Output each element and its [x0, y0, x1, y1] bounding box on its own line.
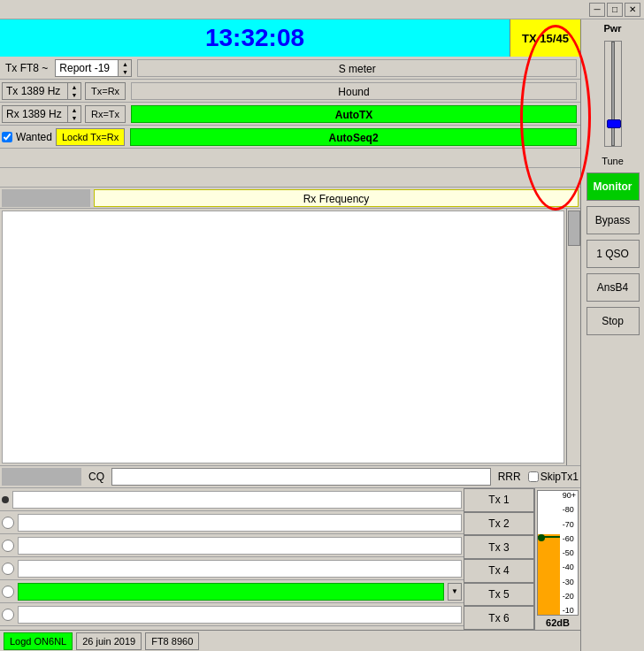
spinner-btns: ▲ ▼ — [118, 60, 131, 76]
tx-radio-5[interactable] — [2, 586, 14, 598]
tx-btn-2[interactable]: Tx 2 — [464, 512, 534, 536]
status-bar: Logd ON6NL 26 juin 2019 FT8 8960 — [0, 630, 580, 651]
db-value: 62dB — [537, 617, 579, 628]
stop-button[interactable]: Stop — [586, 307, 640, 335]
lock-button[interactable]: Lockd Tx=Rx — [56, 128, 125, 146]
center-panel: 13:32:08 TX 15/45 Tx FT8 ~ ▲ ▼ S meter T… — [0, 19, 580, 651]
rx-freq-spinbox[interactable]: Rx 1389 Hz ▲ ▼ — [2, 105, 81, 123]
tx-bullet-1 — [2, 496, 9, 503]
status-mode: FT8 8960 — [145, 632, 199, 650]
scrollbar-thumb[interactable] — [568, 211, 580, 246]
skip-tx1-group: SkipTx1 — [528, 471, 579, 483]
wanted-checkbox-group: Wanted — [2, 131, 52, 143]
db-label-30: -30 — [563, 578, 576, 586]
tx-row-4 — [0, 557, 464, 580]
db-label-20: -20 — [563, 592, 576, 601]
tx-freq-value: Tx 1389 Hz — [3, 85, 67, 97]
tx-row-1 — [0, 488, 464, 511]
status-logd: Logd ON6NL — [4, 632, 73, 650]
tx-eq-rx-button[interactable]: Tx=Rx — [85, 82, 126, 100]
wanted-checkbox[interactable] — [2, 132, 12, 142]
cq-input[interactable] — [111, 468, 491, 486]
tx-btn-4[interactable]: Tx 4 — [464, 559, 534, 583]
tx-ft8-label: Tx FT8 ~ — [2, 62, 51, 74]
title-bar: ─ □ ✕ — [0, 0, 644, 19]
autotx-button[interactable]: AutoTX — [131, 105, 577, 123]
tx-text-6[interactable] — [18, 606, 462, 624]
wanted-label: Wanted — [16, 131, 52, 143]
clock-row: 13:32:08 TX 15/45 — [0, 19, 580, 57]
bypass-button[interactable]: Bypass — [586, 206, 640, 234]
minimize-button[interactable]: ─ — [589, 3, 605, 17]
pwr-slider-thumb[interactable] — [607, 119, 621, 128]
tx-area: ▼ Tx 1 Tx 2 Tx 3 Tx 4 Tx 5 Tx 6 — [0, 488, 580, 630]
pwr-label: Pwr — [603, 23, 621, 34]
ansb4-button[interactable]: AnsB4 — [586, 273, 640, 302]
tx-radio-3[interactable] — [2, 540, 14, 552]
tx-btn-6[interactable]: Tx 6 — [464, 606, 534, 630]
tx-btn-5[interactable]: Tx 5 — [464, 583, 534, 607]
tx-freq-up[interactable]: ▲ — [68, 83, 80, 91]
db-label-40: -40 — [563, 563, 576, 571]
tx-left: ▼ — [0, 488, 464, 630]
tx-freq-down[interactable]: ▼ — [68, 91, 80, 99]
clock-display: 13:32:08 — [0, 24, 510, 52]
spin-down-button[interactable]: ▼ — [119, 68, 131, 76]
skip-tx1-checkbox[interactable] — [528, 471, 539, 482]
close-button[interactable]: ✕ — [625, 3, 640, 17]
tx-text-2[interactable] — [18, 514, 462, 532]
tx-radio-4[interactable] — [2, 563, 14, 575]
db-label-70: -70 — [563, 520, 576, 529]
hound-display: Hound — [131, 82, 577, 100]
tune-label: Tune — [602, 156, 624, 166]
tx-btn-1[interactable]: Tx 1 — [464, 488, 534, 512]
rx-frequency-bar-row: Rx Frequency — [0, 188, 580, 209]
tx-text-4[interactable] — [18, 560, 462, 578]
db-bar — [538, 534, 560, 615]
one-qso-button[interactable]: 1 QSO — [586, 240, 640, 268]
spin-up-button[interactable]: ▲ — [119, 60, 131, 68]
log-area-container — [0, 209, 580, 465]
rx-freq-value: Rx 1389 Hz — [3, 108, 67, 120]
rx-freq-up[interactable]: ▲ — [68, 106, 80, 114]
tx-buttons: Tx 1 Tx 2 Tx 3 Tx 4 Tx 5 Tx 6 — [464, 488, 534, 630]
tx-row-3 — [0, 534, 464, 557]
cq-left-gray — [2, 468, 81, 486]
tx-freq-row: Tx 1389 Hz ▲ ▼ Tx=Rx Hound — [0, 80, 580, 103]
tx-radio-2[interactable] — [2, 517, 14, 529]
tx-radio-6[interactable] — [2, 609, 14, 621]
tx-freq-spinbox[interactable]: Tx 1389 Hz ▲ ▼ — [2, 82, 81, 100]
log-scrollbar[interactable] — [566, 209, 580, 465]
tx-freq-spinner: ▲ ▼ — [67, 83, 80, 99]
tx-text-3[interactable] — [18, 537, 462, 555]
db-label-60: -60 — [563, 534, 576, 543]
tx-counter: TX 15/45 — [510, 19, 580, 57]
tx-row-2 — [0, 511, 464, 534]
status-date: 26 juin 2019 — [76, 632, 142, 650]
db-label-list: 90+ -80 -70 -60 -50 -40 -30 -20 -10 — [563, 491, 576, 615]
empty-row-1 — [0, 149, 580, 168]
rx-eq-tx-button[interactable]: Rx=Tx — [85, 105, 126, 123]
rx-freq-down[interactable]: ▼ — [68, 114, 80, 122]
rx-frequency-label: Rx Frequency — [94, 189, 579, 207]
monitor-button[interactable]: Monitor — [586, 172, 640, 201]
report-input[interactable] — [56, 60, 118, 76]
cq-row: CQ RRR SkipTx1 — [0, 465, 580, 488]
tx-dropdown-5[interactable]: ▼ — [448, 583, 462, 601]
rx-freq-spinner: ▲ ▼ — [67, 106, 80, 122]
controls-row: Tx FT8 ~ ▲ ▼ S meter — [0, 57, 580, 80]
wanted-row: Wanted Lockd Tx=Rx AutoSeq2 — [0, 126, 580, 149]
db-label-90: 90+ — [563, 491, 576, 500]
autoseq-button[interactable]: AutoSeq2 — [130, 128, 577, 146]
maximize-button[interactable]: □ — [607, 3, 623, 17]
tx-row-5: ▼ — [0, 580, 464, 603]
report-spinner[interactable]: ▲ ▼ — [55, 59, 132, 77]
db-panel: 90+ -80 -70 -60 -50 -40 -30 -20 -10 62dB — [534, 488, 580, 630]
right-sidebar: Pwr Tune Monitor Bypass 1 QSO AnsB4 Stop — [580, 19, 644, 651]
tx-text-5[interactable] — [18, 583, 444, 601]
db-label-80: -80 — [563, 505, 576, 514]
tx-text-1[interactable] — [12, 491, 462, 509]
db-label-50: -50 — [563, 548, 576, 557]
log-area[interactable] — [2, 211, 564, 463]
tx-btn-3[interactable]: Tx 3 — [464, 535, 534, 559]
